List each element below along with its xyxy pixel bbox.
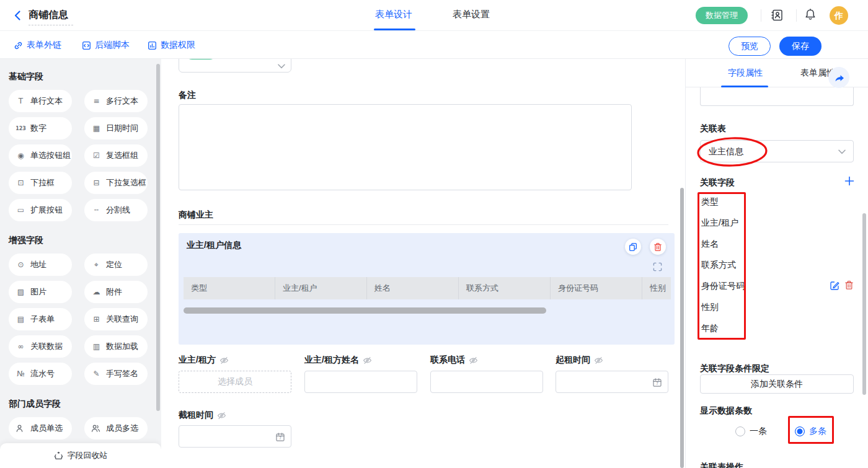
related-table-ops-label: 关联表操作: [700, 462, 743, 468]
field-type-subform[interactable]: ▤子表单: [9, 308, 72, 330]
eye-off-icon: [469, 356, 478, 364]
lease-start-date-input[interactable]: 7: [556, 371, 668, 393]
related-field-item[interactable]: 性别: [701, 302, 719, 313]
related-table-select[interactable]: 业主信息: [700, 140, 854, 162]
avatar[interactable]: 作: [830, 6, 848, 25]
field-type-multi-dropdown[interactable]: ⊟下拉复选框: [84, 172, 148, 194]
section-title-enhanced-fields: 增强字段: [9, 235, 153, 246]
form-external-link-button[interactable]: 表单外链: [14, 40, 61, 51]
tab-form-settings[interactable]: 表单设置: [453, 9, 490, 20]
section-title-member-fields: 部门成员字段: [9, 399, 153, 410]
related-field-item[interactable]: 身份证号码: [701, 281, 745, 292]
edit-related-fields-button[interactable]: [830, 280, 840, 291]
serial-number-icon: №: [16, 369, 26, 378]
field-type-attachment[interactable]: ☁附件: [84, 281, 148, 303]
back-icon[interactable]: [12, 10, 23, 21]
owner-renter-name-field-label: 业主/租方姓名: [304, 355, 372, 366]
field-type-single-line-text[interactable]: T单行文本: [9, 90, 72, 112]
field-type-image[interactable]: ▨图片: [9, 281, 72, 303]
radio-option-single[interactable]: 一条: [735, 426, 767, 437]
field-type-member-multi[interactable]: 成员多选: [84, 417, 148, 439]
field-recycle-bin-button[interactable]: 字段回收站: [0, 443, 161, 468]
share-arrow-icon: [834, 73, 844, 82]
related-field-item[interactable]: 业主/租户: [701, 218, 738, 229]
subform-owner-tenant-info[interactable]: 业主/租户信息 类型 业主/租户 姓名 联系方式 身份证号码 性别: [179, 233, 675, 345]
field-type-extend-button[interactable]: ▭扩展按钮: [9, 199, 72, 221]
person-icon: [16, 424, 26, 433]
multi-dropdown-icon: ⊟: [91, 179, 102, 187]
save-button[interactable]: 保存: [779, 37, 822, 56]
bell-icon[interactable]: [804, 8, 817, 22]
cloud-upload-icon: ☁: [91, 288, 102, 296]
radio-icon: ◉: [16, 151, 26, 160]
related-field-item[interactable]: 姓名: [701, 239, 719, 250]
radio-option-multiple[interactable]: 多条: [795, 426, 826, 437]
eye-off-icon: [594, 356, 603, 364]
lease-end-field-label: 截租时间: [179, 410, 226, 421]
properties-panel: 字段属性 表单属性 关联表 业主信息 关联字段 类型 业主/租户 姓名 联系方式…: [685, 59, 868, 468]
fullscreen-icon[interactable]: [653, 262, 662, 272]
field-type-member-single[interactable]: 成员单选: [9, 417, 72, 439]
owner-section-title: 商铺业主: [179, 210, 213, 221]
status-tag: 闲置: [184, 59, 218, 60]
column-header: 性别: [642, 277, 671, 299]
data-manage-button[interactable]: 数据管理: [696, 7, 748, 24]
panel-scrollbar[interactable]: [862, 213, 866, 395]
add-condition-button[interactable]: 添加关联条件: [700, 374, 854, 394]
chevron-down-icon: [278, 64, 285, 69]
backend-script-button[interactable]: 后端脚本: [82, 40, 130, 51]
field-type-related-data[interactable]: ∞关联数据: [9, 335, 72, 358]
active-tab-indicator: [374, 29, 415, 30]
contacts-icon[interactable]: [771, 9, 784, 22]
field-type-data-load[interactable]: ▥数据加载: [84, 335, 148, 358]
field-type-serial-number[interactable]: №流水号: [9, 363, 72, 385]
column-header: 联系方式: [459, 277, 551, 299]
field-type-dropdown[interactable]: ⊡下拉框: [9, 172, 72, 194]
data-permission-button[interactable]: 数据权限: [148, 40, 195, 51]
field-type-signature[interactable]: ✎手写签名: [84, 363, 148, 385]
tab-form-design[interactable]: 表单设计: [375, 9, 412, 20]
related-field-item[interactable]: 联系方式: [701, 260, 736, 271]
lease-end-date-input[interactable]: 7: [179, 425, 291, 448]
field-type-location[interactable]: ⌖定位: [84, 254, 148, 276]
divider: [761, 9, 761, 22]
add-related-field-button[interactable]: [844, 176, 854, 186]
field-type-related-query[interactable]: ⊞关联查询: [84, 308, 148, 330]
share-button[interactable]: [828, 67, 849, 88]
column-header: 业主/租户: [275, 277, 367, 299]
field-type-divider[interactable]: ╌分割线: [84, 199, 148, 221]
field-type-multi-line-text[interactable]: ≡多行文本: [84, 90, 148, 112]
related-field-item[interactable]: 类型: [701, 196, 719, 208]
copy-button[interactable]: [625, 239, 641, 255]
remark-field-label: 备注: [179, 90, 196, 101]
sidebar-scrollbar[interactable]: [156, 64, 160, 411]
subform-horizontal-scrollbar[interactable]: [184, 307, 546, 314]
radio-unselected-icon: [735, 426, 745, 436]
field-type-datetime[interactable]: ▦日期时间: [84, 117, 148, 139]
owner-renter-name-input[interactable]: [304, 371, 417, 393]
section-divider: [179, 224, 668, 225]
preview-button[interactable]: 预览: [728, 37, 771, 56]
link-icon: [14, 41, 23, 50]
page-title[interactable]: 商铺信息: [29, 9, 68, 22]
multi-line-text-icon: ≡: [91, 97, 102, 105]
field-type-number[interactable]: 123数字: [9, 117, 72, 139]
canvas-scrollbar[interactable]: [680, 188, 684, 468]
svg-text:7: 7: [279, 436, 281, 440]
status-select[interactable]: 闲置: [179, 59, 291, 73]
contact-phone-input[interactable]: [430, 371, 543, 393]
data-load-chart-icon: ▥: [91, 342, 102, 351]
remark-textarea[interactable]: [179, 104, 632, 190]
field-type-checkbox-group[interactable]: ☑复选框组: [84, 144, 148, 167]
clipped-text-input[interactable]: [700, 87, 854, 106]
related-field-item[interactable]: 年龄: [701, 323, 719, 334]
tab-field-properties[interactable]: 字段属性: [728, 68, 763, 79]
field-type-address[interactable]: ⊙地址: [9, 254, 72, 276]
owner-renter-field-label: 业主/租方: [179, 355, 229, 366]
field-type-radio-group[interactable]: ◉单选按钮组: [9, 144, 72, 167]
member-picker-input[interactable]: 选择成员: [179, 371, 291, 393]
delete-button[interactable]: [650, 239, 666, 255]
edit-icon: [830, 280, 840, 291]
trash-icon: [653, 242, 662, 252]
delete-related-fields-button[interactable]: [844, 280, 854, 290]
